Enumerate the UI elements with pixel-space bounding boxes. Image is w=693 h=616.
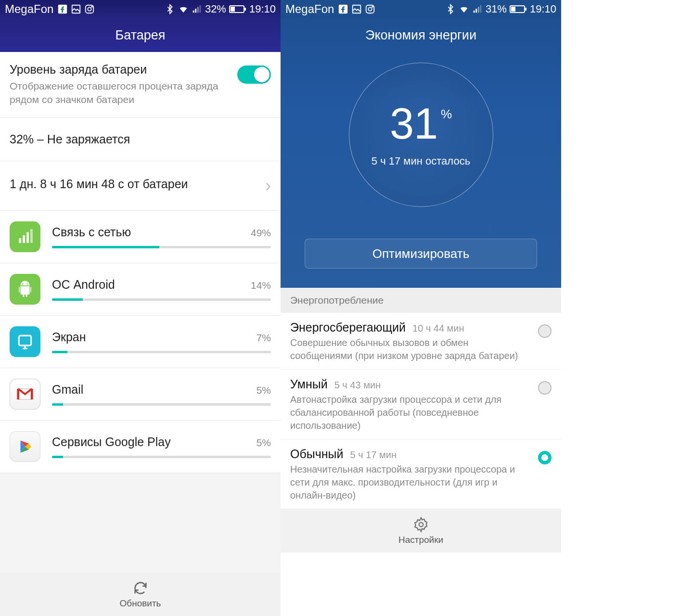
power-mode-row[interactable]: Энергосберегающий10 ч 44 минСовершение о…: [281, 313, 561, 370]
radio-unselected[interactable]: [538, 381, 552, 395]
battery-icon: [229, 4, 246, 14]
svg-rect-6: [195, 9, 196, 13]
facebook-icon: [57, 4, 68, 14]
svg-rect-27: [478, 7, 479, 13]
instagram-icon: [365, 4, 375, 14]
svg-point-16: [22, 283, 24, 284]
svg-point-24: [372, 6, 373, 7]
battery-state: 32% – Не заряжается: [10, 132, 271, 146]
play-icon: [10, 431, 40, 462]
usage-row[interactable]: Экран7%: [0, 316, 281, 368]
instagram-icon: [84, 4, 95, 14]
time-on-battery-row[interactable]: 1 дн. 8 ч 16 мин 48 с от батареи ›: [0, 161, 281, 211]
usage-row[interactable]: Сервисы Google Play5%: [0, 421, 281, 473]
svg-point-23: [369, 7, 372, 11]
svg-rect-31: [525, 8, 526, 11]
mode-time: 5 ч 17 мин: [350, 449, 397, 461]
battery-pct-big: 31: [390, 102, 438, 145]
app-name: Экран: [52, 330, 86, 344]
bluetooth-icon: [445, 4, 456, 14]
app-pct: 5%: [257, 437, 271, 449]
chevron-right-icon: ›: [265, 176, 271, 196]
facebook-icon: [338, 4, 348, 14]
time-remaining: 5 ч 17 мин осталось: [372, 155, 470, 167]
refresh-icon: [132, 580, 149, 596]
power-mode-row[interactable]: Обычный5 ч 17 минНезначительная настройк…: [281, 439, 561, 509]
app-pct: 7%: [257, 332, 271, 344]
mode-desc: Совершение обычных вызовов и обмен сообщ…: [290, 336, 530, 362]
status-bar: MegaFon 32% 19:10: [0, 0, 281, 18]
signal-icon: [192, 4, 202, 14]
screen-icon: [10, 326, 40, 357]
mode-time: 5 ч 43 мин: [334, 380, 381, 391]
picture-icon: [71, 4, 81, 14]
svg-rect-25: [474, 11, 475, 13]
footer-right[interactable]: Настройки: [281, 509, 561, 552]
android-icon: [10, 274, 40, 305]
status-time: 19:10: [530, 3, 556, 15]
app-pct: 49%: [251, 227, 271, 239]
svg-rect-11: [244, 8, 246, 11]
app-name: Сервисы Google Play: [52, 435, 171, 449]
status-battery-pct: 32%: [205, 3, 226, 15]
toggle-switch-on[interactable]: [237, 65, 271, 84]
gmail-icon: [10, 379, 40, 410]
usage-bar: [52, 351, 271, 353]
svg-rect-7: [197, 7, 199, 13]
svg-rect-5: [193, 11, 194, 13]
carrier-label: MegaFon: [285, 2, 334, 16]
usage-bar: [52, 456, 271, 458]
time-on-battery: 1 дн. 8 ч 16 мин 48 с от батареи: [10, 177, 188, 191]
content-left: Уровень заряда батареи Отображение остав…: [0, 52, 281, 573]
page-title: Батарея: [0, 18, 281, 52]
toggle-sub: Отображение оставшегося процента заряда …: [10, 79, 228, 107]
svg-rect-13: [23, 235, 25, 243]
section-header: Энергопотребление: [281, 288, 561, 313]
battery-dial: 31% 5 ч 17 мин осталось: [349, 63, 493, 207]
app-name: Связь с сетью: [52, 225, 131, 239]
mode-name: Обычный: [290, 447, 344, 461]
battery-icon: [510, 4, 527, 14]
footer-left[interactable]: Обновить: [0, 573, 281, 616]
svg-rect-14: [26, 232, 29, 243]
svg-point-17: [26, 283, 28, 284]
footer-label: Настройки: [398, 535, 443, 545]
app-name: ОС Android: [52, 278, 115, 292]
app-pct: 5%: [257, 385, 271, 396]
footer-label: Обновить: [119, 598, 161, 609]
svg-rect-15: [30, 229, 33, 243]
svg-rect-30: [511, 7, 515, 12]
usage-bar: [52, 403, 271, 406]
picture-icon: [351, 4, 362, 14]
wifi-icon: [178, 4, 189, 14]
svg-rect-12: [19, 238, 21, 243]
radio-unselected[interactable]: [538, 324, 552, 338]
wifi-icon: [459, 4, 469, 14]
radio-selected[interactable]: [538, 451, 552, 464]
svg-rect-10: [231, 7, 235, 12]
mode-name: Энергосберегающий: [290, 321, 406, 334]
mode-time: 10 ч 44 мин: [412, 323, 464, 334]
phone-right: MegaFon 31% 19:10 Экономия энергии 31%: [281, 0, 561, 616]
power-mode-row[interactable]: Умный5 ч 43 минАвтонастройка загрузки пр…: [281, 370, 561, 439]
svg-point-32: [419, 523, 423, 527]
battery-state-row[interactable]: 32% – Не заряжается: [0, 118, 281, 161]
svg-rect-26: [475, 9, 477, 13]
usage-row[interactable]: ОС Android14%: [0, 263, 281, 316]
mode-desc: Автонастройка загрузки процессора и сети…: [290, 393, 530, 432]
app-name: Gmail: [52, 383, 83, 397]
optimize-button[interactable]: Оптимизировать: [305, 239, 537, 269]
battery-pct-toggle-row[interactable]: Уровень заряда батареи Отображение остав…: [0, 52, 281, 118]
toggle-title: Уровень заряда батареи: [10, 63, 228, 77]
usage-row[interactable]: Gmail5%: [0, 368, 281, 421]
svg-rect-8: [199, 5, 201, 13]
svg-rect-18: [19, 335, 31, 346]
usage-row[interactable]: Связь с сетью49%: [0, 211, 281, 263]
status-bar: MegaFon 31% 19:10: [281, 0, 561, 18]
pct-symbol: %: [441, 108, 452, 120]
gear-icon: [413, 516, 429, 533]
mode-name: Умный: [290, 377, 328, 391]
app-pct: 14%: [251, 280, 271, 291]
page-title: Экономия энергии: [281, 18, 561, 52]
mode-desc: Незначительная настройка загрузки процес…: [290, 463, 530, 502]
